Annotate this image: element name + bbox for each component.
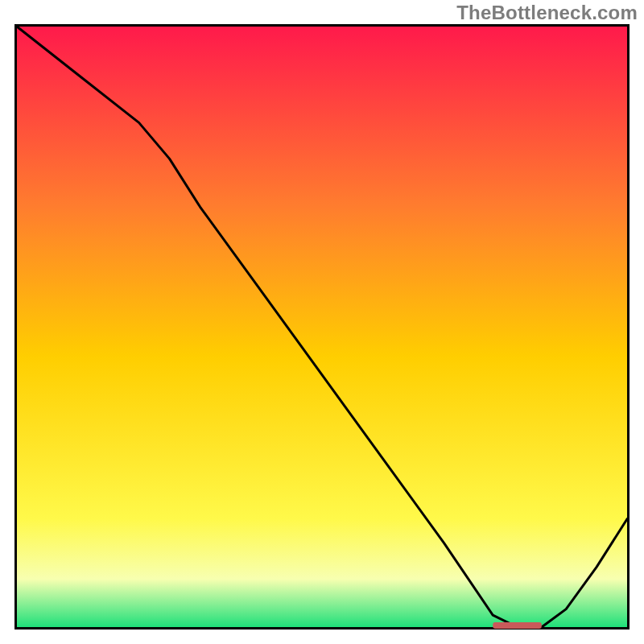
watermark-text: TheBottleneck.com bbox=[456, 2, 638, 24]
min-marker bbox=[493, 622, 542, 629]
chart-svg bbox=[14, 24, 630, 630]
chart-plot bbox=[14, 24, 630, 630]
gradient-background bbox=[17, 27, 627, 627]
chart-stage: TheBottleneck.com bbox=[0, 0, 644, 644]
